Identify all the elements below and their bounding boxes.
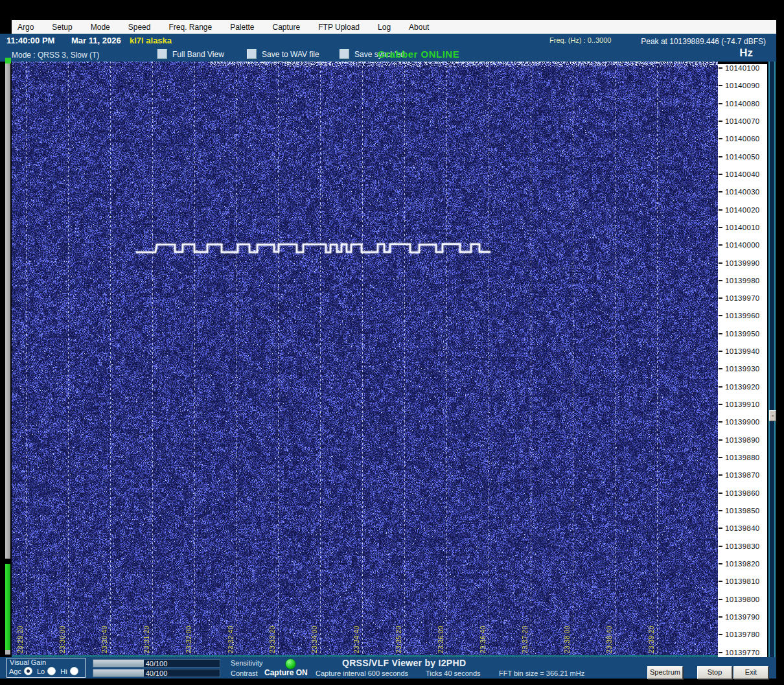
freq-label: 10139950 <box>725 330 760 338</box>
freq-label-row: 10139960 <box>718 311 760 320</box>
sensitivity-slider[interactable]: 40/100 <box>93 659 220 668</box>
freq-tick-mark <box>719 563 722 564</box>
waterfall-spectrogram[interactable] <box>12 62 718 657</box>
stop-button[interactable]: Stop <box>697 666 732 679</box>
freq-label-row: 10139820 <box>718 559 760 568</box>
menu-item-argo[interactable]: Argo <box>12 23 43 32</box>
menu-item-mode[interactable]: Mode <box>82 23 119 32</box>
freq-label-row: 10139850 <box>718 506 760 515</box>
spectrum-button[interactable]: Spectrum <box>647 666 683 679</box>
mode-label: Mode : QRSS 3, Slow (T) <box>12 51 99 60</box>
radio-lo[interactable]: Lo <box>37 667 56 675</box>
freq-label: 10139920 <box>725 383 760 391</box>
radio-agc[interactable]: Agc <box>9 667 32 675</box>
freq-tick-mark <box>719 528 722 529</box>
radio-hi[interactable]: Hi <box>60 667 78 675</box>
freq-label: 10140090 <box>725 82 760 89</box>
freq-tick-mark <box>719 351 722 352</box>
callsign-label: kl7l alaska <box>130 36 172 45</box>
freq-label-row: 10140050 <box>718 152 760 161</box>
radio-circle-icon[interactable] <box>47 667 56 675</box>
time-tick-label: 23:36:00 <box>437 625 444 653</box>
freq-label: 10139980 <box>725 277 760 284</box>
capture-progress-elapsed <box>5 564 10 650</box>
freq-label: 10139820 <box>725 560 760 568</box>
freq-label-row: 10139880 <box>718 453 760 462</box>
freq-tick-mark <box>719 404 722 405</box>
fft-bin-label: FFT bin size = 366.21 mHz <box>499 669 584 677</box>
checkbox-label: Save to WAV file <box>262 50 319 59</box>
time-tick-label: 23:30:00 <box>59 625 66 653</box>
freq-tick-mark <box>719 439 722 441</box>
frequency-scroll-thumb[interactable] <box>769 410 776 421</box>
freq-label-row: 10140090 <box>718 81 760 90</box>
freq-label: 10139810 <box>725 577 760 585</box>
freq-tick-mark <box>719 280 722 281</box>
freq-tick-mark <box>719 297 722 299</box>
checkbox-box-icon[interactable] <box>157 49 167 59</box>
freq-tick-mark <box>719 474 722 476</box>
freq-tick-mark <box>719 121 722 122</box>
freq-label-row: 10139800 <box>718 595 760 604</box>
freq-range-label: Freq. (Hz) : 0..3000 <box>549 36 611 44</box>
checkbox-box-icon[interactable] <box>340 49 349 59</box>
control-bar: Visual Gain AgcLoHi 40/100 40/100 Sensit… <box>0 657 776 679</box>
freq-label: 10139990 <box>725 259 760 267</box>
menu-item-log[interactable]: Log <box>369 23 400 32</box>
freq-label: 10139900 <box>725 418 760 426</box>
freq-label: 10139940 <box>725 347 760 355</box>
menu-item-palette[interactable]: Palette <box>221 23 263 32</box>
menu-item-freq-range[interactable]: Freq. Range <box>159 23 221 32</box>
exit-button[interactable]: Exit <box>733 666 768 679</box>
time-tick-label: 23:29:20 <box>17 625 24 653</box>
menu-item-about[interactable]: About <box>400 23 438 32</box>
freq-label: 10140010 <box>725 224 760 231</box>
menu-item-speed[interactable]: Speed <box>119 23 160 32</box>
checkbox-label: Full Band View <box>172 50 224 59</box>
time-tick-label: 23:32:40 <box>227 625 235 653</box>
checkbox-save-to-wav-file[interactable]: Save to WAV file <box>247 49 323 59</box>
freq-label-row: 10139950 <box>718 329 760 338</box>
freq-tick-mark <box>719 191 722 192</box>
freq-label-row: 10139770 <box>718 648 760 657</box>
radio-label: Lo <box>37 668 45 675</box>
checkbox-box-icon[interactable] <box>247 49 257 59</box>
freq-label: 10140060 <box>725 135 760 143</box>
freq-label: 10140040 <box>725 170 760 178</box>
time-tick-label: 23:31:20 <box>143 625 150 653</box>
freq-label-row: 10139990 <box>718 259 760 268</box>
frequency-scale: 1014010010140090101400801014007010140060… <box>718 64 767 657</box>
freq-tick-mark <box>719 493 722 494</box>
freq-label: 10140080 <box>725 100 760 108</box>
time-tick-label: 23:39:20 <box>648 625 655 653</box>
peak-readout: Peak at 10139889.446 (-74.7 dBFS) <box>641 37 766 46</box>
visual-gain-title: Visual Gain <box>10 658 46 666</box>
time-tick-label: 23:36:40 <box>479 625 487 653</box>
freq-tick-mark <box>719 156 722 157</box>
freq-label-row: 10140010 <box>718 223 760 232</box>
menu-item-setup[interactable]: Setup <box>43 23 81 32</box>
radio-circle-icon[interactable] <box>70 667 78 675</box>
freq-label-row: 10140080 <box>718 99 760 108</box>
freq-tick-mark <box>719 315 722 316</box>
radio-circle-icon[interactable] <box>24 667 32 675</box>
time-tick-label: 23:32:00 <box>185 625 192 653</box>
menu-item-capture[interactable]: Capture <box>264 23 310 32</box>
freq-tick-mark <box>719 138 722 139</box>
menu-item-ftp-upload[interactable]: FTP Upload <box>309 23 369 32</box>
capture-status: Capture ON <box>264 668 308 677</box>
frequency-scroll-track[interactable] <box>768 62 776 657</box>
checkbox-full-band-view[interactable]: Full Band View <box>157 49 230 59</box>
freq-tick-mark <box>719 67 722 69</box>
contrast-slider[interactable]: 40/100 <box>93 669 220 677</box>
freq-label: 10139850 <box>725 507 760 515</box>
freq-label-row: 10140020 <box>718 205 760 215</box>
freq-label-row: 10139930 <box>718 364 760 373</box>
time-tick-label: 23:30:40 <box>101 625 108 653</box>
freq-tick-mark <box>719 209 722 211</box>
freq-label: 10139960 <box>725 312 760 319</box>
freq-label: 10139880 <box>725 454 760 461</box>
freq-label-row: 10139840 <box>718 524 760 533</box>
freq-label-row: 10140060 <box>718 134 760 143</box>
freq-label-row: 10140040 <box>718 170 760 179</box>
